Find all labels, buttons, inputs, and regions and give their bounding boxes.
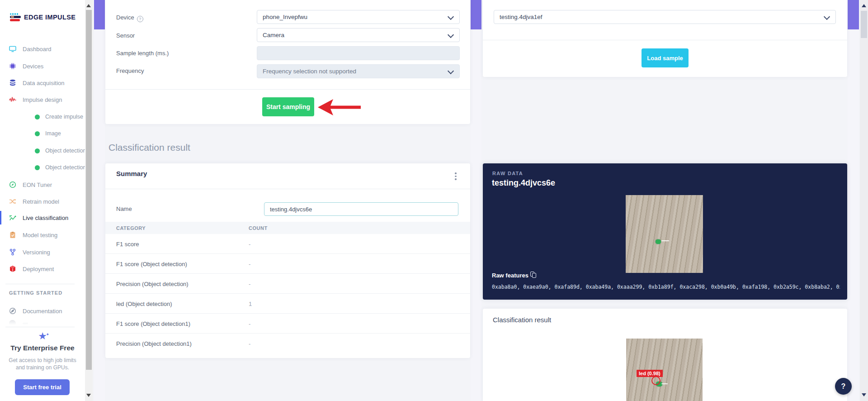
copy-icon[interactable] (530, 272, 536, 278)
sidebar-item-label: Dashboard (23, 46, 52, 53)
row-count: - (249, 241, 250, 248)
rocket-icon (9, 307, 16, 315)
sidebar-item-impulse-design[interactable]: Impulse design (0, 93, 85, 106)
sidebar-item-devices[interactable]: Devices (0, 59, 85, 73)
sidebar-scrollbar[interactable] (85, 0, 93, 401)
sidebar-item-label: Object detection (45, 148, 86, 154)
sidebar-item-label: Documentation (23, 308, 62, 315)
sidebar-divider (5, 284, 75, 284)
sensor-label: Sensor (116, 32, 135, 39)
sidebar-item-label: EON Tuner (23, 181, 52, 188)
sidebar-item-eon-tuner[interactable]: EON Tuner (0, 178, 85, 191)
sidebar-item-label: Versioning (23, 249, 50, 256)
enterprise-title: Try Enterprise Free (0, 344, 85, 352)
sidebar-item-image[interactable]: Image (0, 127, 85, 140)
sidebar-scrollbar-thumb[interactable] (86, 10, 92, 370)
row-count: 1 (249, 301, 252, 307)
sidebar-item-retrain-model[interactable]: Retrain model (0, 195, 85, 208)
green-dot-icon (35, 165, 40, 170)
enterprise-line2: and training on GPUs. (0, 364, 85, 371)
left-pane-scrollbar-thumb[interactable] (94, 0, 105, 29)
sidebar-item-model-testing[interactable]: Model testing (0, 228, 85, 242)
right-pane-scrollbar[interactable] (848, 0, 859, 401)
divider (105, 89, 470, 90)
sidebar-item-create-impulse[interactable]: Create impulse (0, 110, 85, 124)
device-select[interactable]: phone_Invepfwu (257, 10, 460, 24)
sidebar-item-label: Live classification (23, 215, 68, 221)
left-pane-scrollbar[interactable] (94, 0, 105, 401)
edge-impulse-logo-icon (10, 13, 21, 22)
sample-select[interactable]: testing.4djva1ef (494, 10, 836, 24)
sidebar-item-dashboard[interactable]: Dashboard (0, 42, 85, 56)
name-input[interactable] (264, 202, 458, 216)
sensor-select[interactable]: Camera (257, 28, 460, 42)
box-icon (9, 265, 16, 272)
help-circle-icon[interactable]: ? (137, 16, 143, 22)
scroll-up-icon[interactable] (862, 4, 866, 7)
sidebar-item-data-acquisition[interactable]: Data acquisition (0, 76, 85, 90)
sidebar-item-label: Model testing (23, 232, 57, 239)
sidebar: EDGE IMPULSE Dashboard Devices Data acqu… (0, 0, 85, 401)
branch-icon (9, 248, 16, 256)
sidebar-item-object-detection[interactable]: Object detection (0, 144, 85, 158)
led-wire (661, 240, 669, 241)
load-sample-button[interactable]: Load sample (642, 48, 689, 67)
middle-pane-scrollbar-thumb[interactable] (471, 0, 481, 29)
sidebar-divider (5, 327, 75, 327)
dashboard-icon (9, 45, 16, 53)
getting-started-section-label: GETTING STARTED (9, 290, 62, 296)
sidebar-item-versioning[interactable]: Versioning (0, 245, 85, 259)
sidebar-fade (0, 314, 84, 327)
shuffle-icon (9, 198, 16, 205)
table-header: CATEGORY COUNT (105, 222, 470, 234)
sample-length-input (257, 46, 460, 60)
sidebar-item-object-detection1[interactable]: Object detection1 (0, 161, 85, 174)
table-row: F1 score (Object detection1) - (105, 314, 470, 334)
classified-image: led (0.98) (626, 339, 703, 401)
green-dot-icon (35, 115, 40, 119)
enterprise-line1: Get access to high job limits (0, 357, 85, 363)
sidebar-item-live-classification[interactable]: Live classification (0, 211, 85, 224)
edge-impulse-logo[interactable]: EDGE IMPULSE (10, 12, 82, 23)
raw-data-title: testing.4djvcs6e (492, 178, 555, 188)
raw-features-values: 0xaba8a0, 0xaea9a0, 0xafa89d, 0xaba49a, … (492, 284, 840, 290)
divider (483, 40, 847, 40)
sidebar-item-label: Create impulse (45, 114, 83, 120)
sample-length-label: Sample length (ms.) (116, 50, 169, 57)
summary-title: Summary (116, 170, 147, 177)
right-pane-scrollbar-thumb[interactable] (848, 0, 859, 29)
frequency-select: Frequency selection not supported (257, 64, 460, 78)
name-label: Name (116, 205, 132, 212)
table-row: F1 score - (105, 234, 470, 254)
led-object (656, 239, 661, 244)
divider (105, 189, 470, 189)
scroll-down-icon[interactable] (86, 394, 91, 397)
scroll-down-icon[interactable] (862, 393, 866, 396)
sidebar-item-label: Devices (23, 63, 43, 70)
row-category: Precision (Object detection) (116, 281, 189, 287)
sidebar-item-deployment[interactable]: Deployment (0, 262, 85, 276)
middle-pane-scrollbar[interactable] (471, 0, 481, 401)
category-column-header: CATEGORY (116, 225, 146, 231)
start-sampling-button[interactable]: Start sampling (262, 97, 314, 116)
start-free-trial-button[interactable]: Start free trial (15, 379, 70, 395)
row-count: - (249, 320, 250, 327)
table-row: F1 score (Object detection) - (105, 254, 470, 274)
row-category: F1 score (Object detection) (116, 261, 187, 267)
page-scrollbar-thumb[interactable] (861, 11, 867, 38)
raw-features-label: Raw features (492, 272, 528, 279)
page-title: Classification result (108, 142, 190, 153)
scroll-up-icon[interactable] (86, 4, 91, 7)
sidebar-item-label: Impulse design (23, 96, 62, 103)
green-dot-icon (35, 131, 40, 136)
record-new-data-card: Device? phone_Invepfwu Sensor Camera Sam… (105, 0, 470, 124)
page-scrollbar[interactable] (860, 0, 868, 401)
row-category: Precision (Object detection1) (116, 340, 192, 347)
database-icon (9, 79, 16, 86)
sample-image (626, 195, 703, 273)
sidebar-item-label: Data acquisition (23, 80, 65, 86)
red-arrow-annotation (316, 98, 363, 117)
classification-result-card: Classification result led (0.98) (483, 309, 847, 401)
help-button[interactable]: ? (835, 378, 852, 395)
kebab-menu-icon[interactable] (455, 172, 457, 181)
